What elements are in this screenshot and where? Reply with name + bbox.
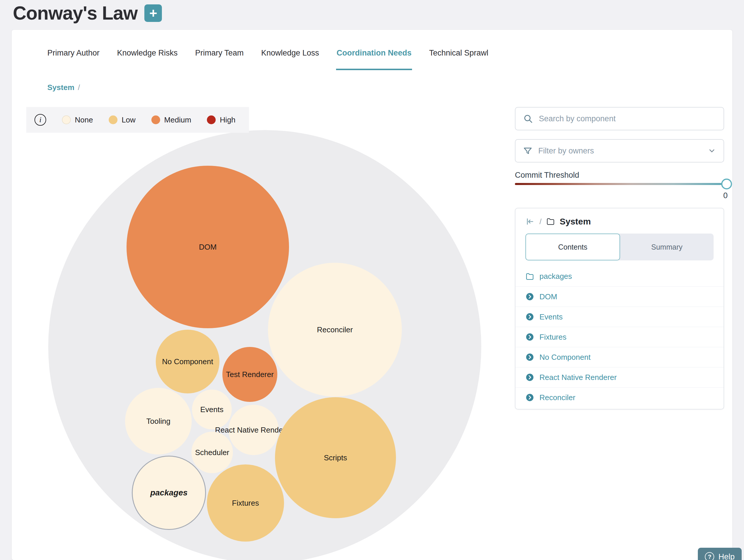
explorer-header: / System (516, 209, 723, 226)
search-box (515, 107, 724, 130)
explorer-item-no-component[interactable]: No Component (516, 347, 723, 367)
chart-node-scheduler[interactable]: Scheduler (191, 432, 233, 473)
help-button[interactable]: ? Help (698, 548, 742, 560)
explorer-tab-contents[interactable]: Contents (525, 233, 620, 260)
chart-node-label: Test Renderer (226, 370, 273, 379)
chart-node-label: Scheduler (195, 448, 229, 457)
component-icon (525, 333, 534, 341)
legend-label: None (75, 115, 93, 124)
explorer-item-label: No Component (540, 353, 591, 362)
high-swatch (207, 115, 216, 124)
chart-node-tooling[interactable]: Tooling (125, 388, 192, 454)
tab-primary-author[interactable]: Primary Author (47, 43, 100, 70)
commit-threshold-value: 0 (711, 191, 728, 200)
commit-threshold-label: Commit Threshold (515, 171, 579, 180)
explorer-item-label: Reconciler (540, 393, 575, 402)
breadcrumb: System / (47, 83, 80, 92)
chart-node-fixtures[interactable]: Fixtures (207, 464, 284, 542)
explorer-list: packagesDOMEventsFixturesNo ComponentRea… (516, 266, 723, 407)
filter-icon (523, 146, 532, 155)
explorer-item-label: React Native Renderer (540, 373, 617, 382)
explorer-item-label: Fixtures (540, 333, 566, 342)
chart-node-test-renderer[interactable]: Test Renderer (222, 347, 277, 402)
explorer-item-packages[interactable]: packages (516, 266, 723, 287)
explorer-item-label: packages (540, 272, 572, 281)
commit-threshold-slider[interactable] (515, 183, 727, 185)
tab-knowledge-risks[interactable]: Knowledge Risks (117, 43, 178, 70)
chart-node-dom[interactable]: DOM (126, 166, 289, 328)
component-icon (525, 373, 534, 382)
chart-node-label: Fixtures (232, 499, 259, 508)
commit-threshold-handle[interactable] (721, 179, 732, 189)
explorer-item-fixtures[interactable]: Fixtures (516, 327, 723, 347)
breadcrumb-root[interactable]: System (47, 83, 75, 92)
explorer-title: System (560, 217, 591, 226)
legend-item-none: None (62, 115, 93, 124)
folder-icon (525, 272, 534, 281)
chart-node-label: No Component (162, 357, 213, 366)
low-swatch (109, 115, 117, 124)
explorer-item-label: Events (540, 312, 563, 322)
chart-node-packages[interactable]: packages (132, 456, 206, 530)
back-to-parent-icon[interactable] (525, 217, 535, 226)
help-label: Help (718, 552, 735, 560)
legend-label: High (220, 115, 235, 124)
chart-node-label: Scripts (324, 453, 347, 462)
explorer-tabs: ContentsSummary (525, 233, 714, 260)
chart-node-label: Tooling (146, 417, 171, 426)
folder-icon (546, 217, 555, 226)
tab-primary-team[interactable]: Primary Team (195, 43, 244, 70)
legend-label: Low (121, 115, 136, 124)
medium-swatch (151, 115, 160, 124)
legend-item-high: High (207, 115, 235, 124)
explorer-item-dom[interactable]: DOM (516, 287, 723, 307)
component-icon (525, 393, 534, 402)
explorer-item-reconciler[interactable]: Reconciler (516, 387, 723, 407)
path-separator: / (540, 217, 542, 226)
chart-node-reconciler[interactable]: Reconciler (268, 263, 402, 397)
app-header: Conway's Law + (13, 2, 162, 24)
legend-item-low: Low (109, 115, 136, 124)
component-icon (525, 312, 534, 321)
chart-node-label: packages (150, 488, 188, 497)
add-button[interactable]: + (144, 4, 162, 22)
chart-node-scripts[interactable]: Scripts (275, 397, 396, 518)
filter-owners-dropdown[interactable]: Filter by owners (515, 139, 724, 162)
page-title: Conway's Law (13, 2, 137, 24)
component-icon (525, 292, 534, 301)
none-swatch (62, 115, 71, 124)
chart-node-react-native-renderer[interactable]: React Native Renderer (228, 405, 279, 455)
explorer-item-label: DOM (540, 292, 557, 301)
tab-technical-sprawl[interactable]: Technical Sprawl (429, 43, 489, 70)
main-card: Primary AuthorKnowledge RisksPrimary Tea… (12, 30, 732, 560)
chart-node-label: Events (200, 405, 224, 414)
info-icon[interactable]: i (35, 114, 46, 126)
chevron-down-icon (708, 147, 716, 155)
chart-node-label: Reconciler (317, 325, 353, 334)
tab-bar: Primary AuthorKnowledge RisksPrimary Tea… (47, 43, 489, 70)
search-icon (523, 114, 533, 124)
chart-node-label: DOM (199, 242, 217, 252)
legend-label: Medium (164, 115, 191, 124)
legend-item-medium: Medium (151, 115, 191, 124)
chart-node-no-component[interactable]: No Component (156, 330, 219, 394)
question-icon: ? (705, 552, 714, 560)
component-icon (525, 353, 534, 362)
tab-coordination-needs[interactable]: Coordination Needs (336, 43, 412, 70)
explorer-tab-summary[interactable]: Summary (620, 233, 714, 260)
explorer-item-events[interactable]: Events (516, 307, 723, 327)
breadcrumb-separator: / (78, 83, 80, 92)
explorer-item-react-native-renderer[interactable]: React Native Renderer (516, 367, 723, 387)
legend: i NoneLowMediumHigh (26, 107, 249, 133)
chart-node-events[interactable]: Events (192, 389, 232, 430)
tab-knowledge-loss[interactable]: Knowledge Loss (261, 43, 320, 70)
filter-label: Filter by owners (538, 146, 594, 155)
search-input[interactable] (539, 114, 716, 123)
explorer-panel: / System ContentsSummary packagesDOMEven… (515, 208, 724, 409)
